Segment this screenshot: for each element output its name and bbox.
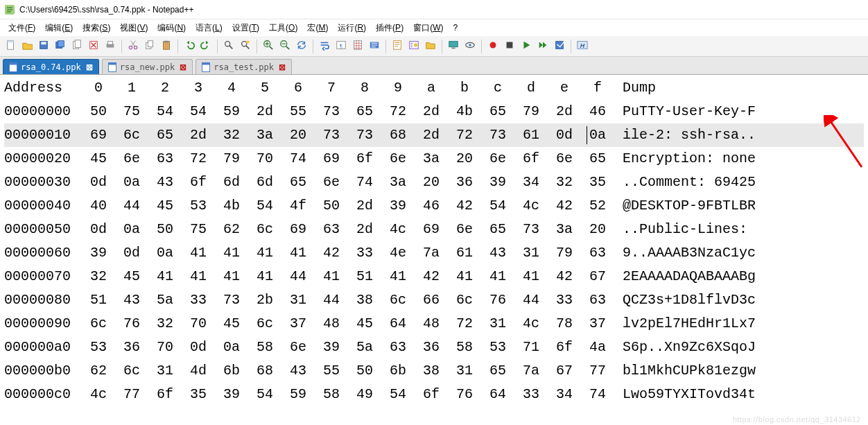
byte-cell[interactable]: 73 bbox=[315, 100, 348, 123]
byte-cell[interactable]: 3a bbox=[548, 218, 581, 241]
byte-cell[interactable]: 6e bbox=[315, 171, 348, 194]
cut-button[interactable] bbox=[125, 39, 141, 54]
byte-cell[interactable]: 42 bbox=[415, 265, 448, 288]
hex-row-000000c0[interactable]: 000000c04c776f353954595849546f7664333474… bbox=[4, 383, 864, 406]
tab-rsa_test-ppk[interactable]: rsa_test.ppk⊠ bbox=[196, 59, 292, 74]
byte-cell[interactable]: 34 bbox=[548, 383, 581, 406]
byte-cell[interactable]: 41 bbox=[248, 265, 281, 288]
menu-help[interactable]: ? bbox=[449, 21, 462, 34]
hex-row-00000040[interactable]: 00000040404445534b544f502d394642544c4252… bbox=[4, 194, 864, 218]
byte-cell[interactable]: 0a bbox=[148, 241, 182, 265]
byte-cell[interactable]: 0d bbox=[115, 241, 148, 265]
hex-row-00000090[interactable]: 000000906c763270456c374845644872314c7837… bbox=[4, 312, 864, 336]
undo-button[interactable] bbox=[182, 39, 197, 54]
byte-cell[interactable]: 41 bbox=[315, 265, 348, 288]
menu-N[interactable]: 编码(N) bbox=[153, 21, 190, 35]
byte-cell[interactable]: 65 bbox=[481, 218, 514, 241]
word-wrap-button[interactable] bbox=[317, 39, 332, 54]
redo-button[interactable] bbox=[198, 39, 214, 54]
byte-cell[interactable]: 51 bbox=[348, 265, 381, 288]
byte-cell[interactable]: 4c bbox=[381, 218, 415, 241]
byte-cell[interactable]: 65 bbox=[281, 171, 315, 194]
byte-cell[interactable]: 54 bbox=[182, 100, 215, 123]
menu-W[interactable]: 窗口(W) bbox=[409, 21, 447, 35]
byte-cell[interactable]: 65 bbox=[581, 147, 614, 171]
byte-cell[interactable]: 59 bbox=[281, 383, 315, 406]
hex-row-00000060[interactable]: 00000060390d0a4141414142334e7a6143317963… bbox=[4, 241, 864, 265]
byte-cell[interactable]: 2d bbox=[248, 100, 281, 123]
byte-cell[interactable]: 46 bbox=[581, 100, 614, 123]
byte-cell[interactable]: 70 bbox=[182, 312, 215, 336]
byte-cell[interactable]: 32 bbox=[215, 123, 248, 147]
byte-cell[interactable]: 6e bbox=[448, 218, 481, 241]
byte-cell[interactable]: 55 bbox=[315, 359, 348, 383]
byte-cell[interactable]: 36 bbox=[448, 171, 481, 194]
byte-cell[interactable]: 49 bbox=[348, 383, 381, 406]
byte-cell[interactable]: 74 bbox=[581, 383, 614, 406]
byte-cell[interactable]: 79 bbox=[215, 147, 248, 171]
byte-cell[interactable]: 7a bbox=[415, 241, 448, 265]
byte-cell[interactable]: 42 bbox=[548, 265, 581, 288]
close-button[interactable] bbox=[86, 39, 101, 54]
fast-play-button[interactable] bbox=[535, 39, 550, 54]
byte-cell[interactable]: 73 bbox=[514, 218, 548, 241]
tab-close-icon[interactable]: ⊠ bbox=[279, 62, 286, 72]
tab-rsa_new-ppk[interactable]: rsa_new.ppk⊠ bbox=[102, 59, 193, 74]
byte-cell[interactable]: 73 bbox=[348, 123, 381, 147]
new-file-button[interactable] bbox=[3, 39, 18, 54]
byte-cell[interactable]: 2d bbox=[182, 123, 215, 147]
byte-cell[interactable]: 75 bbox=[182, 218, 215, 241]
byte-cell[interactable]: 76 bbox=[448, 383, 481, 406]
byte-cell[interactable]: 4c bbox=[82, 383, 115, 406]
byte-cell[interactable]: 6c bbox=[248, 218, 281, 241]
doc-map-button[interactable] bbox=[390, 39, 405, 54]
byte-cell[interactable]: 31 bbox=[281, 288, 315, 312]
byte-cell[interactable]: 4b bbox=[448, 100, 481, 123]
byte-cell[interactable]: 20 bbox=[281, 123, 315, 147]
byte-cell[interactable]: 3a bbox=[415, 147, 448, 171]
byte-cell[interactable]: 54 bbox=[148, 100, 182, 123]
byte-cell[interactable]: 33 bbox=[514, 383, 548, 406]
byte-cell[interactable]: 4d bbox=[182, 359, 215, 383]
byte-cell[interactable]: 54 bbox=[481, 194, 514, 218]
byte-cell[interactable]: 2b bbox=[248, 288, 281, 312]
hex-row-00000020[interactable]: 00000020456e6372797074696f6e3a206e6f6e65… bbox=[4, 147, 864, 171]
byte-cell[interactable]: 20 bbox=[581, 218, 614, 241]
byte-cell[interactable]: 6e bbox=[381, 147, 415, 171]
byte-cell[interactable]: 77 bbox=[581, 359, 614, 383]
byte-cell[interactable]: 35 bbox=[581, 171, 614, 194]
show-all-button[interactable]: ¶ bbox=[333, 39, 349, 54]
byte-cell[interactable]: 53 bbox=[182, 194, 215, 218]
byte-cell[interactable]: 33 bbox=[182, 288, 215, 312]
byte-cell[interactable]: 66 bbox=[415, 288, 448, 312]
byte-cell[interactable]: 65 bbox=[148, 123, 182, 147]
byte-cell[interactable]: 61 bbox=[514, 123, 548, 147]
byte-cell[interactable]: 54 bbox=[381, 383, 415, 406]
byte-cell[interactable]: 0d bbox=[82, 171, 115, 194]
byte-cell[interactable]: 70 bbox=[148, 336, 182, 359]
byte-cell[interactable]: 72 bbox=[381, 100, 415, 123]
byte-cell[interactable]: 38 bbox=[415, 359, 448, 383]
eye-button[interactable] bbox=[462, 39, 478, 54]
byte-cell[interactable]: 0d bbox=[548, 123, 581, 147]
byte-cell[interactable]: 0a bbox=[115, 218, 148, 241]
byte-cell[interactable]: 39 bbox=[315, 336, 348, 359]
menu-M[interactable]: 宏(M) bbox=[303, 21, 332, 35]
byte-cell[interactable]: 37 bbox=[281, 312, 315, 336]
byte-cell[interactable]: 31 bbox=[448, 359, 481, 383]
byte-cell[interactable]: 4a bbox=[581, 336, 614, 359]
byte-cell[interactable]: 41 bbox=[281, 241, 315, 265]
byte-cell[interactable]: 41 bbox=[248, 241, 281, 265]
byte-cell[interactable]: 0a bbox=[115, 171, 148, 194]
byte-cell[interactable]: 68 bbox=[381, 123, 415, 147]
menu-T[interactable]: 设置(T) bbox=[228, 21, 263, 35]
byte-cell[interactable]: 6f bbox=[548, 336, 581, 359]
byte-cell[interactable]: 31 bbox=[481, 312, 514, 336]
byte-cell[interactable]: 48 bbox=[415, 312, 448, 336]
tab-rsa_0-74-ppk[interactable]: rsa_0.74.ppk⊠ bbox=[3, 59, 99, 74]
byte-cell[interactable]: 54 bbox=[248, 194, 281, 218]
play-button[interactable] bbox=[519, 39, 534, 54]
byte-cell[interactable]: 20 bbox=[448, 147, 481, 171]
byte-cell[interactable]: 73 bbox=[215, 288, 248, 312]
byte-cell[interactable]: 44 bbox=[514, 288, 548, 312]
